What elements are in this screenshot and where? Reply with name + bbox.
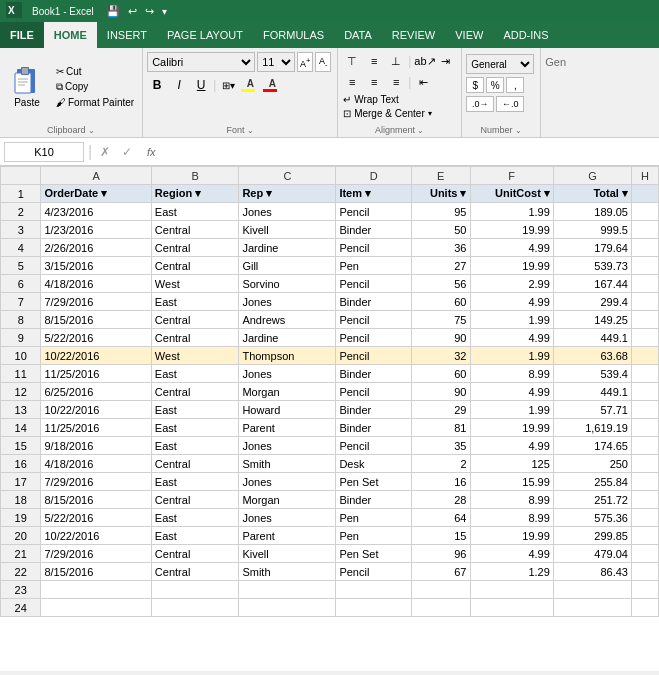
cell-a20[interactable]: 10/22/2016 [41,527,151,545]
cell-b8[interactable]: Central [151,311,239,329]
cell-b16[interactable]: Central [151,455,239,473]
cell-c2[interactable]: Jones [239,203,336,221]
cell-g8[interactable]: 149.25 [553,311,631,329]
cell-c3[interactable]: Kivell [239,221,336,239]
cell-e7[interactable]: 60 [411,293,470,311]
customize-button[interactable]: ▾ [160,5,169,18]
cell-a5[interactable]: 3/15/2016 [41,257,151,275]
empty-cell[interactable] [151,581,239,599]
cell-f2[interactable]: 1.99 [470,203,553,221]
cell-d11[interactable]: Binder [336,365,411,383]
tab-data[interactable]: DATA [334,22,382,48]
cell-f14[interactable]: 19.99 [470,419,553,437]
cell-d18[interactable]: Binder [336,491,411,509]
cell-f7[interactable]: 4.99 [470,293,553,311]
empty-cell[interactable] [553,599,631,617]
row-header-14[interactable]: 14 [1,419,41,437]
cell-f15[interactable]: 4.99 [470,437,553,455]
cell-d20[interactable]: Pen [336,527,411,545]
cell-e10[interactable]: 32 [411,347,470,365]
row-header-10[interactable]: 10 [1,347,41,365]
row-header-16[interactable]: 16 [1,455,41,473]
cell-h1[interactable] [631,185,658,203]
paste-button[interactable]: Paste [4,52,50,121]
cell-b2[interactable]: East [151,203,239,221]
cell-e3[interactable]: 50 [411,221,470,239]
cell-b20[interactable]: East [151,527,239,545]
redo-button[interactable]: ↪ [143,5,156,18]
cell-g19[interactable]: 575.36 [553,509,631,527]
tab-addins[interactable]: ADD-INS [493,22,558,48]
increase-decimal-button[interactable]: .0→ [466,96,494,112]
save-button[interactable]: 💾 [104,5,122,18]
row-header-17[interactable]: 17 [1,473,41,491]
cell-c6[interactable]: Sorvino [239,275,336,293]
cell-f8[interactable]: 1.99 [470,311,553,329]
cell-b11[interactable]: East [151,365,239,383]
empty-cell[interactable] [336,581,411,599]
undo-button[interactable]: ↩ [126,5,139,18]
cell-e21[interactable]: 96 [411,545,470,563]
cell-e17[interactable]: 16 [411,473,470,491]
cell-f21[interactable]: 4.99 [470,545,553,563]
cell-e8[interactable]: 75 [411,311,470,329]
tab-view[interactable]: VIEW [445,22,493,48]
cell-e4[interactable]: 36 [411,239,470,257]
cell-e16[interactable]: 2 [411,455,470,473]
cell-a7[interactable]: 7/29/2016 [41,293,151,311]
cell-d1[interactable]: Item ▾ [336,185,411,203]
cell-h12[interactable] [631,383,658,401]
cell-e19[interactable]: 64 [411,509,470,527]
cell-e15[interactable]: 35 [411,437,470,455]
cell-b18[interactable]: Central [151,491,239,509]
cell-b14[interactable]: East [151,419,239,437]
cell-f3[interactable]: 19.99 [470,221,553,239]
cell-g14[interactable]: 1,619.19 [553,419,631,437]
cell-c16[interactable]: Smith [239,455,336,473]
cell-d14[interactable]: Binder [336,419,411,437]
cell-a11[interactable]: 11/25/2016 [41,365,151,383]
cell-a19[interactable]: 5/22/2016 [41,509,151,527]
cell-e5[interactable]: 27 [411,257,470,275]
empty-cell[interactable] [41,581,151,599]
tab-formulas[interactable]: FORMULAS [253,22,334,48]
cell-d16[interactable]: Desk [336,455,411,473]
merge-center-dropdown[interactable]: ▾ [428,109,432,118]
cell-d4[interactable]: Pencil [336,239,411,257]
align-center-button[interactable]: ≡ [364,73,384,91]
cell-c5[interactable]: Gill [239,257,336,275]
cell-a17[interactable]: 7/29/2016 [41,473,151,491]
cell-a3[interactable]: 1/23/2016 [41,221,151,239]
cell-g5[interactable]: 539.73 [553,257,631,275]
cell-a16[interactable]: 4/18/2016 [41,455,151,473]
col-header-c[interactable]: C [239,167,336,185]
empty-cell[interactable] [239,581,336,599]
cell-e12[interactable]: 90 [411,383,470,401]
cell-g7[interactable]: 299.4 [553,293,631,311]
cell-g9[interactable]: 449.1 [553,329,631,347]
tab-file[interactable]: FILE [0,22,44,48]
cell-a14[interactable]: 11/25/2016 [41,419,151,437]
cell-a6[interactable]: 4/18/2016 [41,275,151,293]
cell-d10[interactable]: Pencil [336,347,411,365]
underline-button[interactable]: U [191,75,211,95]
cell-d7[interactable]: Binder [336,293,411,311]
increase-font-button[interactable]: A+ [297,52,313,72]
cell-c13[interactable]: Howard [239,401,336,419]
cell-g13[interactable]: 57.71 [553,401,631,419]
cell-c7[interactable]: Jones [239,293,336,311]
row-header-23[interactable]: 23 [1,581,41,599]
cell-g20[interactable]: 299.85 [553,527,631,545]
cell-b7[interactable]: East [151,293,239,311]
cell-g15[interactable]: 174.65 [553,437,631,455]
cell-h19[interactable] [631,509,658,527]
row-header-12[interactable]: 12 [1,383,41,401]
comma-button[interactable]: , [506,77,524,93]
cell-e20[interactable]: 15 [411,527,470,545]
cell-c14[interactable]: Parent [239,419,336,437]
cell-g3[interactable]: 999.5 [553,221,631,239]
cell-g12[interactable]: 449.1 [553,383,631,401]
col-header-a[interactable]: A [41,167,151,185]
align-left-button[interactable]: ≡ [342,73,362,91]
cell-e6[interactable]: 56 [411,275,470,293]
